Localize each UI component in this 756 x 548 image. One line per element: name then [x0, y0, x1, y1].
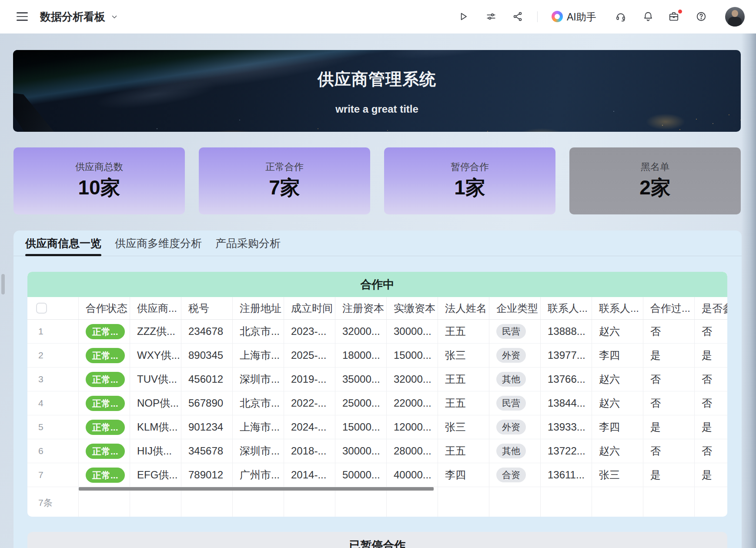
- table-row[interactable]: 5正常...KLM供...901234上海市...2024-...15000..…: [27, 415, 727, 439]
- table-footer-row: 7条: [27, 487, 727, 517]
- table-cell: EFG供...: [130, 463, 181, 487]
- play-icon[interactable]: [458, 11, 469, 22]
- stat-card[interactable]: 暂停合作1家: [384, 147, 555, 214]
- stat-card[interactable]: 黑名单2家: [569, 147, 741, 214]
- bell-icon[interactable]: [642, 11, 654, 22]
- hero-subtitle: write a great title: [13, 103, 741, 115]
- stat-label: 暂停合作: [384, 161, 555, 173]
- table-cell: [335, 487, 387, 517]
- table-row[interactable]: 3正常...TUV供...456012深圳市...2019-...35000..…: [27, 368, 727, 391]
- table-row[interactable]: 1正常...ZZZ供...234678北京市...2023-...32000..…: [27, 320, 727, 344]
- table-cell: [695, 487, 727, 517]
- table-cell: 13722...: [541, 439, 592, 463]
- table-cell: 28000...: [387, 439, 438, 463]
- horizontal-scrollbar[interactable]: [79, 487, 434, 491]
- table-cell: 张三: [592, 463, 643, 487]
- help-icon[interactable]: [696, 11, 707, 22]
- table-cell: TUV供...: [130, 368, 181, 391]
- enterprise-type-tag: 外资: [496, 348, 526, 363]
- table-cell: 30000...: [387, 320, 438, 343]
- table-cell: 民营: [489, 391, 541, 415]
- table-cell: 是: [643, 463, 695, 487]
- table-cell: 上海市...: [233, 415, 284, 439]
- table-cell: 是: [695, 344, 727, 367]
- headset-icon[interactable]: [615, 11, 626, 22]
- status-badge: 正常...: [86, 396, 125, 411]
- dashboard-title: 数据分析看板: [40, 10, 105, 23]
- ai-assistant-label[interactable]: AI助手: [567, 11, 596, 23]
- tab-item[interactable]: 产品采购分析: [215, 237, 281, 256]
- table-cell: 李四: [592, 415, 643, 439]
- table-cell: 北京市...: [233, 391, 284, 415]
- table-cell: 13933...: [541, 415, 592, 439]
- table-cell: 32000...: [335, 320, 387, 343]
- table-cell: 18000...: [335, 344, 387, 367]
- row-count: 7条: [27, 487, 79, 517]
- table-title: 合作中: [27, 272, 727, 297]
- topbar: 数据分析看板 AI助手: [0, 0, 756, 33]
- stats-row: 供应商总数10家正常合作7家暂停合作1家黑名单2家: [13, 147, 741, 214]
- tab-item[interactable]: 供应商多维度分析: [115, 237, 202, 256]
- table-cell: 王五: [438, 391, 489, 415]
- table-cell: 广州市...: [233, 463, 284, 487]
- table-cell: 赵六: [592, 320, 643, 343]
- status-badge: 正常...: [86, 372, 125, 387]
- table-cell: 是: [643, 344, 695, 367]
- table-cell: 567890: [181, 391, 233, 415]
- table-cell: 民营: [489, 320, 541, 343]
- avatar[interactable]: [725, 7, 745, 27]
- stat-label: 供应商总数: [13, 161, 185, 173]
- select-all-checkbox[interactable]: [36, 303, 47, 314]
- stat-card[interactable]: 供应商总数10家: [13, 147, 185, 214]
- column-header: 法人姓名: [438, 297, 489, 319]
- settings-sliders-icon[interactable]: [485, 11, 497, 22]
- tab-active[interactable]: 供应商信息一览: [25, 237, 101, 256]
- table-row[interactable]: 6正常...HIJ供...345678深圳市...2018-...30000..…: [27, 439, 727, 463]
- table-row[interactable]: 2正常...WXY供...890345上海市...2025-...18000..…: [27, 344, 727, 368]
- table-row[interactable]: 7正常...EFG供...789012广州市...2014-...50000..…: [27, 463, 727, 487]
- table-cell: 25000...: [335, 391, 387, 415]
- table-cell: 12000...: [387, 415, 438, 439]
- stat-value: 10家: [13, 176, 185, 199]
- table-cell: 王五: [438, 368, 489, 391]
- chevron-down-icon[interactable]: [110, 13, 118, 21]
- table-cell: 深圳市...: [233, 439, 284, 463]
- menu-icon[interactable]: [17, 12, 28, 21]
- column-header: 合作状态: [79, 297, 130, 319]
- column-header: 合作过...: [643, 297, 695, 319]
- table-cell: 15000...: [387, 344, 438, 367]
- table-cell: 李四: [438, 463, 489, 487]
- table-cell: 22000...: [387, 391, 438, 415]
- table-cell: 13977...: [541, 344, 592, 367]
- table-cell: 2019-...: [284, 368, 335, 391]
- table-cell: 李四: [592, 344, 643, 367]
- table-cell: 赵六: [592, 368, 643, 391]
- enterprise-type-tag: 其他: [496, 444, 526, 458]
- status-badge: 正常...: [86, 420, 125, 435]
- tab-bar: 供应商信息一览供应商多维度分析产品采购分析: [13, 231, 742, 256]
- table-cell: 2023-...: [284, 320, 335, 343]
- table-cell: 15000...: [335, 415, 387, 439]
- row-number: 4: [27, 391, 79, 415]
- table-cell: 是: [643, 415, 695, 439]
- table-cell: 否: [695, 320, 727, 343]
- table-cell: 789012: [181, 463, 233, 487]
- table-cell: [284, 487, 335, 517]
- column-header: 供应商...: [130, 297, 181, 319]
- table-cell: 否: [695, 439, 727, 463]
- table-cell: [643, 487, 695, 517]
- status-badge: 正常...: [86, 468, 125, 483]
- enterprise-type-tag: 其他: [496, 372, 526, 387]
- vertical-scrollbar[interactable]: [1, 274, 5, 294]
- table-cell: KLM供...: [130, 415, 181, 439]
- stat-card[interactable]: 正常合作7家: [199, 147, 370, 214]
- table-cell: [541, 487, 592, 517]
- column-header: 实缴资本: [387, 297, 438, 319]
- stat-label: 正常合作: [199, 161, 370, 173]
- table-cell: 正常...: [79, 391, 130, 415]
- table-cell: [130, 487, 181, 517]
- table-row[interactable]: 4正常...NOP供...567890北京市...2022-...25000..…: [27, 391, 727, 415]
- table-cell: 35000...: [335, 368, 387, 391]
- share-icon[interactable]: [512, 11, 523, 22]
- ai-assistant-logo-icon[interactable]: [552, 11, 563, 22]
